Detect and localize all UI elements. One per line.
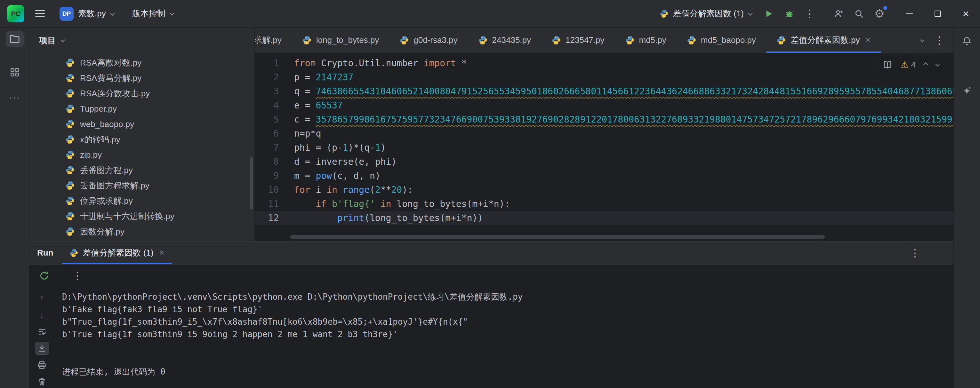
editor-tab[interactable]: md5.py [615, 27, 676, 53]
code-lines: from Crypto.Util.number import *p = 2147… [288, 53, 953, 241]
console-line [62, 353, 953, 366]
editor-tab[interactable]: md5_baopo.py [676, 27, 766, 53]
prev-occurrence-icon[interactable]: ↑ [35, 292, 49, 305]
more-actions-icon[interactable]: ⋮ [800, 3, 820, 24]
tree-item-label: 丢番图方程求解.py [80, 180, 150, 191]
line-number: 12 [255, 211, 288, 225]
tab-label: 差值分解素因数.py [791, 35, 860, 46]
project-tree-item[interactable]: Tupper.py [29, 101, 255, 116]
settings-icon[interactable]: ⚙ [869, 3, 890, 24]
project-tree-item[interactable]: RSA离散对数.py [29, 55, 255, 70]
reader-mode-icon[interactable] [883, 60, 892, 69]
code-line: c = 357865799861675759577323476690075393… [288, 113, 953, 127]
vcs-widget[interactable]: 版本控制 [128, 5, 177, 22]
editor-tab[interactable]: 求解.py [255, 27, 292, 53]
tree-item-label: web_baopo.py [80, 119, 134, 129]
editor-tab[interactable]: 差值分解素因数.py× [766, 27, 881, 53]
editor-gutter: 123456789101112 [255, 53, 288, 241]
project-tree-item[interactable]: 丢番图方程.py [29, 162, 255, 178]
run-tab[interactable]: 差值分解素因数 (1) × [62, 242, 172, 264]
tab-options-icon[interactable]: ⋮ [934, 35, 945, 45]
project-tree-item[interactable]: 位异或求解.py [29, 193, 255, 208]
python-icon [65, 119, 75, 129]
editor-tab[interactable]: 123547.py [541, 27, 614, 53]
close-icon[interactable]: × [865, 35, 870, 45]
code-editor[interactable]: 123456789101112 from Crypto.Util.number … [255, 53, 953, 241]
line-number: 2 [255, 70, 288, 84]
pycharm-logo-icon: PC [7, 5, 24, 22]
soft-wrap-icon[interactable] [35, 325, 49, 338]
line-number: 10 [255, 183, 288, 197]
run-options-icon[interactable]: ⋮ [910, 248, 920, 258]
rerun-button[interactable] [39, 270, 49, 281]
project-tree-item[interactable]: x的转码.py [29, 132, 255, 147]
run-toolbar: ⋮ [29, 264, 953, 287]
tab-label: g0d-rsa3.py [414, 35, 457, 45]
project-widget[interactable]: DP 素数.py [56, 3, 118, 24]
hide-toolwindow-icon[interactable] [935, 253, 942, 253]
project-panel: 项目 RSA离散对数.py RSA费马分解.py RSA连分数攻击.py Tu [29, 27, 255, 241]
run-button[interactable] [759, 3, 779, 24]
console-line [62, 341, 953, 353]
next-occurrence-icon[interactable]: ↓ [35, 308, 49, 321]
editor-area: 求解.py long_to_bytes.py g0d-rsa3.py 24343… [255, 27, 953, 241]
python-icon [70, 248, 78, 258]
project-tree-item[interactable]: 因数分解.py [29, 224, 255, 239]
code-line: phi = (p-1)*(q-1) [288, 141, 953, 155]
project-tree-item[interactable]: zip.py [29, 147, 255, 162]
run-config-selector[interactable]: 差值分解素因数 (1) [656, 5, 755, 22]
code-line: from Crypto.Util.number import * [288, 56, 953, 70]
previous-problem-icon[interactable] [923, 62, 928, 67]
structure-toolwindow-icon[interactable] [6, 64, 24, 81]
debug-button[interactable] [779, 3, 800, 24]
python-icon [660, 9, 668, 18]
run-tab-label: 差值分解素因数 (1) [83, 247, 154, 258]
close-button[interactable]: × [952, 0, 980, 27]
search-icon[interactable] [849, 3, 869, 24]
main-menu-icon[interactable] [35, 10, 45, 17]
ai-assistant-icon[interactable] [958, 83, 976, 99]
notifications-icon[interactable] [958, 33, 976, 49]
code-with-me-icon[interactable] [828, 3, 849, 24]
editor-tab[interactable]: 243435.py [468, 27, 541, 53]
run-panel-title[interactable]: Run [29, 248, 62, 258]
hidden-tabs-chevron-icon[interactable] [920, 37, 924, 42]
python-icon [552, 35, 561, 45]
project-panel-header[interactable]: 项目 [29, 27, 255, 53]
warnings-indicator[interactable]: ⚠ 4 [900, 57, 916, 72]
tree-item-label: RSA连分数攻击.py [80, 88, 150, 99]
python-icon [399, 35, 409, 45]
python-icon [65, 181, 75, 190]
project-tree-scrollbar[interactable] [250, 157, 253, 210]
project-tree-item[interactable]: RSA费马分解.py [29, 70, 255, 86]
editor-tab[interactable]: g0d-rsa3.py [389, 27, 468, 53]
scroll-to-end-icon[interactable] [35, 342, 49, 355]
project-tree-item[interactable]: RSA连分数攻击.py [29, 86, 255, 101]
minimize-button[interactable] [896, 0, 924, 27]
title-bar: PC DP 素数.py 版本控制 差值分解素因数 (1) ⋮ [0, 0, 980, 27]
editor-tab[interactable]: long_to_bytes.py [292, 27, 390, 53]
console-more-icon[interactable]: ⋮ [72, 270, 83, 281]
python-icon [65, 135, 75, 144]
settings-notification-dot [883, 6, 887, 10]
run-console-output[interactable]: D:\Python\pythonProject\.venv\Scripts\py… [54, 287, 953, 388]
maximize-button[interactable] [924, 0, 952, 27]
code-line: q = 746386655431046065214008047915256553… [288, 84, 953, 99]
next-problem-icon[interactable] [935, 62, 940, 67]
project-toolwindow-icon[interactable] [6, 31, 24, 47]
project-tree[interactable]: RSA离散对数.py RSA费马分解.py RSA连分数攻击.py Tupper… [29, 53, 255, 241]
lightbulb-icon[interactable] [298, 213, 307, 223]
print-icon[interactable] [35, 359, 49, 371]
tree-item-label: 丢番图方程.py [80, 165, 133, 176]
editor-horizontal-scrollbar[interactable] [290, 235, 825, 239]
close-icon[interactable]: × [159, 248, 164, 258]
python-icon [65, 227, 75, 236]
tree-item-label: RSA离散对数.py [80, 57, 142, 68]
python-icon [65, 150, 75, 160]
project-tree-item[interactable]: web_baopo.py [29, 116, 255, 132]
project-tree-item[interactable]: 丢番图方程求解.py [29, 178, 255, 193]
code-line: d = inverse(e, phi) [288, 155, 953, 169]
more-toolwindows-icon[interactable]: ··· [6, 89, 24, 105]
clear-console-icon[interactable] [35, 375, 49, 388]
project-tree-item[interactable]: 十进制与十六进制转换.py [29, 208, 255, 224]
